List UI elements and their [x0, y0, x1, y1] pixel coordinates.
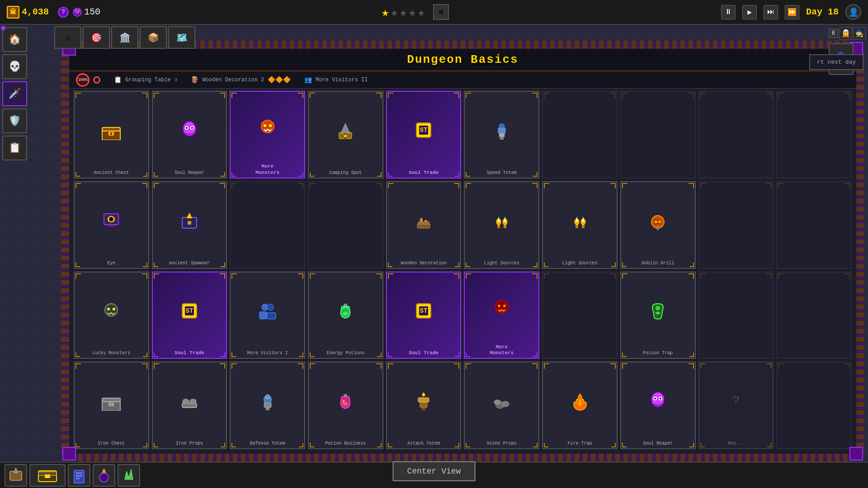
svg-rect-105	[76, 472, 82, 474]
small-avatar-2[interactable]: 🧙	[853, 27, 866, 40]
soul-trade-3-label: Soul Trade	[387, 350, 461, 358]
soul-trade-2-icon: ST	[179, 272, 200, 350]
item-ancient-chest[interactable]: Ancient Chest	[74, 91, 149, 178]
item-soul-reaper[interactable]: Soul Reaper	[152, 91, 227, 178]
tab-2[interactable]: 🎯	[83, 26, 110, 49]
items-grid: Ancient Chest Soul Reaper MoreMonsters	[71, 89, 854, 451]
goblin-grill-label: Goblin Grill	[621, 261, 695, 268]
svg-point-8	[191, 127, 193, 129]
svg-point-55	[107, 308, 110, 310]
start-next-day-button[interactable]: rt next day	[809, 54, 863, 70]
tab-5[interactable]: 🗺️	[168, 26, 195, 49]
item-potion-business[interactable]: Potion Business	[308, 361, 383, 449]
hud-right: ⏸ ▶ ⏭ ⏩ Day 18 👤	[721, 4, 861, 20]
item-fire-trap[interactable]: Fire Trap	[542, 361, 618, 449]
item-speed-totem[interactable]: Speed Totem	[464, 91, 539, 178]
svg-point-98	[660, 398, 661, 399]
item-energy-potions[interactable]: Energy Potions	[308, 272, 383, 359]
bottom-icon-3[interactable]	[68, 464, 90, 487]
soul-reaper-2-icon	[647, 362, 669, 440]
bottom-icon-1[interactable]	[5, 464, 27, 487]
item-defense-totem[interactable]: Defense Totem	[230, 361, 305, 449]
soul-reaper-label: Soul Reaper	[153, 170, 226, 178]
svg-point-72	[656, 306, 660, 310]
item-soul-trade-2[interactable]: ST Soul Trade	[152, 272, 227, 359]
item-soul-trade-3[interactable]: ST Soul Trade	[386, 272, 462, 359]
center-view-button[interactable]: Center View	[393, 461, 476, 481]
tab-3[interactable]: 🏛️	[111, 26, 138, 49]
item-stone-props[interactable]: Stone Props	[464, 361, 539, 449]
item-goblin-grill[interactable]: Goblin Grill	[620, 181, 696, 269]
svg-point-94	[651, 392, 664, 407]
breadcrumb-grouping-table[interactable]: 📋 Grouping Table 3	[114, 76, 177, 84]
item-lucky-monsters[interactable]: Lucky Monsters	[74, 272, 149, 359]
item-iron-chest[interactable]: Iron Chest	[74, 361, 149, 449]
camping-spot-icon	[335, 92, 356, 169]
bottom-icon-4[interactable]	[93, 464, 115, 487]
stone-props-icon	[491, 362, 513, 440]
item-soul-reaper-2[interactable]: Soul Reaper	[620, 361, 696, 449]
item-attack-totem[interactable]: Attack Totem	[386, 361, 462, 449]
item-light-sources-2[interactable]: Light Sources	[542, 181, 618, 269]
svg-rect-1	[102, 127, 120, 131]
item-res[interactable]: ? Res...	[698, 361, 774, 449]
stars-display: ★ ★ ★ ★ ★ ⊞	[109, 4, 721, 20]
ancient-chest-icon	[100, 92, 122, 169]
svg-point-29	[110, 218, 113, 221]
border-bottom	[75, 454, 851, 462]
item-light-sources-1[interactable]: Light Sources	[464, 181, 539, 269]
corner-br	[849, 447, 863, 460]
star-2: ★	[391, 5, 398, 20]
fast-forward-button[interactable]: ⏭	[764, 5, 778, 19]
breadcrumb-wooden-deco[interactable]: 🪵 Wooden Decoration 2 🔶🔶🔶	[191, 76, 291, 84]
ancient-spawner-icon	[179, 182, 200, 260]
svg-point-97	[654, 398, 656, 399]
svg-text:ST: ST	[420, 127, 428, 134]
svg-point-54	[105, 304, 118, 316]
bottom-icon-5[interactable]	[118, 464, 140, 487]
faster-button[interactable]: ⏩	[785, 5, 799, 19]
item-eye[interactable]: Eye	[74, 181, 149, 269]
play-button[interactable]: ▶	[742, 5, 757, 19]
item-wooden-deco[interactable]: Wooden Decoration	[386, 181, 462, 269]
svg-rect-32	[188, 221, 191, 225]
small-avatar-1[interactable]: 🧝	[840, 27, 852, 40]
progress-circle: 100%	[76, 73, 90, 87]
more-visitors-1-icon	[257, 272, 278, 350]
item-empty-11	[776, 272, 852, 359]
wooden-deco-label: Wooden Decoration	[387, 261, 461, 268]
day-counter: Day 18	[806, 7, 839, 17]
svg-rect-77	[182, 403, 197, 408]
item-more-monsters[interactable]: MoreMonsters	[230, 91, 305, 178]
nav-home[interactable]: 🏠	[2, 27, 27, 52]
item-more-monsters-2[interactable]: MoreMonsters	[464, 272, 539, 359]
item-camping-spot[interactable]: Camping Spot	[308, 91, 383, 178]
item-more-visitors-1[interactable]: More Visitors I	[230, 272, 305, 359]
breadcrumb-more-visitors[interactable]: 👥 More Visitors II	[304, 76, 368, 84]
nav-shop[interactable]: 🛡️	[2, 108, 27, 133]
item-iron-props[interactable]: Iron Props	[152, 361, 227, 449]
grid-icon[interactable]: ⊞	[433, 4, 449, 20]
nav-skull[interactable]: 💀	[2, 54, 27, 79]
svg-point-7	[186, 127, 188, 129]
tab-1[interactable]: ⚔️	[54, 26, 81, 49]
item-soul-trade-1[interactable]: ST Soul Trade	[386, 91, 462, 178]
profile-avatar[interactable]: 👤	[845, 4, 861, 20]
nav-stats[interactable]: 📋	[2, 136, 27, 160]
gold-amount: 4,038	[22, 7, 49, 17]
wooden-deco-icon	[413, 182, 434, 260]
border-left	[61, 49, 69, 454]
item-empty-8	[776, 181, 852, 269]
pause-button[interactable]: ⏸	[721, 5, 736, 19]
content-area: Dungeon Basics ✕ 100% 📋 Grouping Table 3…	[69, 49, 856, 454]
goblin-grill-icon	[647, 182, 669, 260]
tab-4[interactable]: 📦	[140, 26, 167, 49]
light-sources-2-label: Light Sources	[543, 261, 617, 268]
svg-point-93	[494, 400, 500, 404]
ancient-chest-label: Ancient Chest	[75, 170, 148, 178]
nav-active[interactable]: 🗡️	[2, 81, 27, 106]
item-ancient-spawner[interactable]: Ancient Spawner	[152, 181, 227, 269]
item-poison-trap[interactable]: Poison Trap	[620, 272, 696, 359]
iron-props-icon	[179, 362, 200, 440]
bottom-icon-large[interactable]	[29, 464, 66, 487]
